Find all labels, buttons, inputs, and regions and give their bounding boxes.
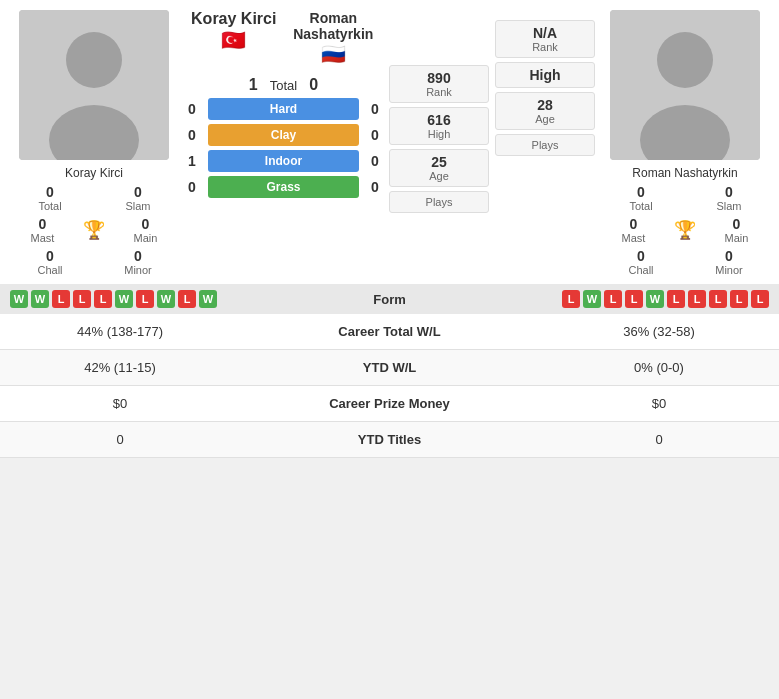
form-badge: W — [646, 290, 664, 308]
career-stats-table: 44% (138-177) Career Total W/L 36% (32-5… — [0, 314, 779, 458]
right-name-area: Roman Nashatyrkin 🇷🇺 — [284, 10, 384, 70]
form-section: WWLLLWLWLW Form LWLLWLLLLL — [0, 284, 779, 314]
total-label: Total — [270, 78, 297, 93]
right-flag: 🇷🇺 — [321, 42, 346, 66]
right-minor-stat: 0 Minor — [689, 248, 769, 276]
left-stats-row3: 0 Chall 0 Minor — [10, 248, 178, 276]
form-badge: L — [709, 290, 727, 308]
right-slam-val: 0 — [689, 184, 769, 200]
form-badge: L — [52, 290, 70, 308]
right-high-box: High — [495, 62, 595, 88]
left-minor-val: 0 — [98, 248, 178, 264]
grass-left-score: 0 — [184, 179, 200, 195]
right-total-val: 0 — [601, 184, 681, 200]
left-silhouette — [19, 10, 169, 160]
left-stats-row2: 0 Mast 🏆 0 Main — [10, 216, 178, 244]
stats-row: 44% (138-177) Career Total W/L 36% (32-5… — [0, 314, 779, 350]
right-age-lbl: Age — [500, 113, 590, 125]
left-player-name: Koray Kirci — [10, 166, 178, 180]
stats-right-val: 36% (32-58) — [559, 324, 759, 339]
right-mast-lbl: Mast — [601, 232, 666, 244]
left-total-lbl: Total — [10, 200, 90, 212]
stats-left-val: 44% (138-177) — [20, 324, 220, 339]
left-main-val: 0 — [113, 216, 178, 232]
left-name-area: Koray Kirci 🇹🇷 — [184, 10, 284, 70]
right-rank-lbl: Rank — [500, 41, 590, 53]
left-main-lbl: Main — [113, 232, 178, 244]
form-badge: L — [178, 290, 196, 308]
form-badge: W — [157, 290, 175, 308]
right-plays-lbl: Plays — [500, 139, 590, 151]
left-slam-stat: 0 Slam — [98, 184, 178, 212]
indoor-right-score: 0 — [367, 153, 383, 169]
right-form-badges: LWLLWLLLLL — [562, 290, 769, 308]
middle-column: Koray Kirci 🇹🇷 Roman Nashatyrkin 🇷🇺 1 To… — [184, 10, 383, 276]
right-rank-val: N/A — [500, 25, 590, 41]
total-row: 1 Total 0 — [184, 76, 383, 94]
form-label: Form — [373, 292, 406, 307]
right-slam-lbl: Slam — [689, 200, 769, 212]
indoor-left-score: 1 — [184, 153, 200, 169]
right-slam-stat: 0 Slam — [689, 184, 769, 212]
grass-btn: Grass — [208, 176, 359, 198]
left-total-val: 0 — [10, 184, 90, 200]
left-stats-row1: 0 Total 0 Slam — [10, 184, 178, 212]
form-badge: W — [10, 290, 28, 308]
stats-right-val: 0 — [559, 432, 759, 447]
hard-left-score: 0 — [184, 101, 200, 117]
form-badge: W — [583, 290, 601, 308]
right-chall-lbl: Chall — [601, 264, 681, 276]
right-main-stat: 0 Main — [704, 216, 769, 244]
right-stats-row2: 0 Mast 🏆 0 Main — [601, 216, 769, 244]
left-flag: 🇹🇷 — [221, 28, 246, 52]
stats-left-val: 0 — [20, 432, 220, 447]
form-badge: L — [751, 290, 769, 308]
right-total-stat: 0 Total — [601, 184, 681, 212]
left-slam-lbl: Slam — [98, 200, 178, 212]
form-badge: L — [94, 290, 112, 308]
right-plays-box: Plays — [495, 134, 595, 156]
stats-left-val: $0 — [20, 396, 220, 411]
right-silhouette — [610, 10, 760, 160]
left-high-lbl: High — [394, 128, 484, 140]
surface-row-grass: 0 Grass 0 — [184, 176, 383, 198]
right-minor-val: 0 — [689, 248, 769, 264]
left-minor-lbl: Minor — [98, 264, 178, 276]
clay-right-score: 0 — [367, 127, 383, 143]
right-mast-val: 0 — [601, 216, 666, 232]
left-mast-val: 0 — [10, 216, 75, 232]
clay-left-score: 0 — [184, 127, 200, 143]
left-flag-wrap: 🇹🇷 — [184, 28, 284, 52]
right-stats-row1: 0 Total 0 Slam — [601, 184, 769, 212]
main-container: Koray Kirci 0 Total 0 Slam 0 Mast 🏆 0 — [0, 0, 779, 458]
left-age-box: 25 Age — [389, 149, 489, 187]
left-plays-box: Plays — [389, 191, 489, 213]
right-high-val: High — [500, 67, 590, 83]
hard-right-score: 0 — [367, 101, 383, 117]
left-rank-box: 890 Rank — [389, 65, 489, 103]
right-main-val: 0 — [704, 216, 769, 232]
left-chall-val: 0 — [10, 248, 90, 264]
left-form-badges: WWLLLWLWLW — [10, 290, 217, 308]
right-player-name-center: Roman Nashatyrkin — [284, 10, 384, 42]
left-high-val: 616 — [394, 112, 484, 128]
form-badge: L — [667, 290, 685, 308]
right-main-lbl: Main — [704, 232, 769, 244]
left-mast-lbl: Mast — [10, 232, 75, 244]
right-age-box: 28 Age — [495, 92, 595, 130]
left-chall-lbl: Chall — [10, 264, 90, 276]
stats-row: 0 YTD Titles 0 — [0, 422, 779, 458]
left-trophy-icon: 🏆 — [83, 219, 105, 241]
left-age-lbl: Age — [394, 170, 484, 182]
indoor-btn: Indoor — [208, 150, 359, 172]
left-rank-lbl: Rank — [394, 86, 484, 98]
stats-row-label: Career Total W/L — [220, 324, 559, 339]
right-center-panel: N/A Rank High 28 Age Plays — [495, 10, 595, 276]
left-age-val: 25 — [394, 154, 484, 170]
right-rank-box: N/A Rank — [495, 20, 595, 58]
left-minor-stat: 0 Minor — [98, 248, 178, 276]
right-total-lbl: Total — [601, 200, 681, 212]
svg-point-4 — [657, 32, 713, 88]
stats-row: 42% (11-15) YTD W/L 0% (0-0) — [0, 350, 779, 386]
clay-btn: Clay — [208, 124, 359, 146]
